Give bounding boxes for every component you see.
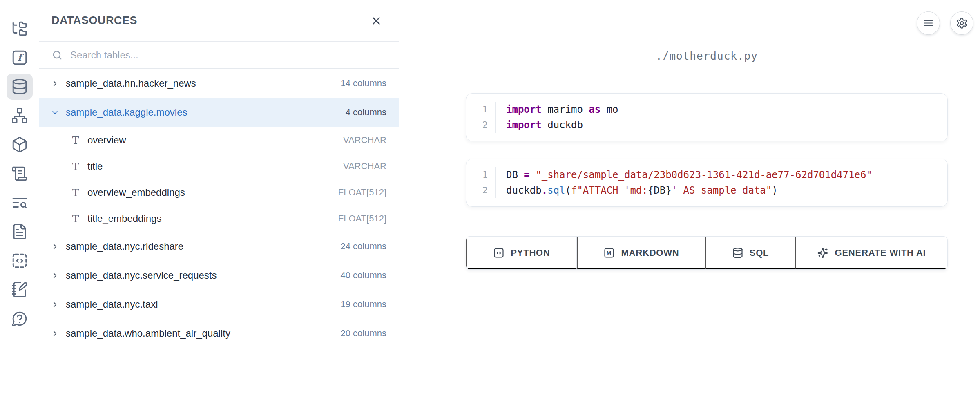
code-square-icon bbox=[493, 247, 505, 259]
add-cell-button-label: SQL bbox=[750, 248, 769, 258]
svg-text:M: M bbox=[607, 250, 612, 256]
sidebar-item-snippets[interactable] bbox=[7, 248, 33, 274]
table-column-count: 20 columns bbox=[340, 328, 386, 339]
close-panel-button[interactable] bbox=[370, 15, 382, 27]
table-row[interactable]: sample_data.nyc.rideshare24 columns bbox=[39, 232, 399, 261]
panel-header: DATASOURCES bbox=[39, 0, 399, 42]
text-search-icon bbox=[11, 194, 28, 211]
column-name: title bbox=[87, 161, 103, 172]
sidebar-item-dependency-graph[interactable] bbox=[7, 103, 33, 129]
table-column-count: 24 columns bbox=[340, 241, 386, 252]
table-name: sample_data.hn.hacker_news bbox=[66, 78, 196, 89]
add-cell-python-button[interactable]: PYTHON bbox=[466, 237, 577, 269]
code-line: import duckdb bbox=[506, 117, 618, 133]
table-name: sample_data.nyc.service_requests bbox=[66, 270, 217, 281]
add-cell-generate-with-ai-button[interactable]: GENERATE WITH AI bbox=[795, 237, 947, 269]
column-row[interactable]: Toverview_embeddingsFLOAT[512] bbox=[39, 179, 399, 206]
type-text-icon: T bbox=[69, 134, 82, 146]
folder-tree-icon bbox=[11, 20, 28, 37]
code-cell[interactable]: 12import marimo as moimport duckdb bbox=[466, 93, 948, 141]
line-number-gutter: 12 bbox=[466, 102, 496, 133]
type-text-icon: T bbox=[69, 161, 82, 172]
chevron-down-icon bbox=[51, 108, 59, 117]
table-name: sample_data.kaggle.movies bbox=[66, 107, 188, 118]
table-row[interactable]: sample_data.hn.hacker_news14 columns bbox=[39, 69, 399, 98]
table-name: sample_data.nyc.taxi bbox=[66, 299, 158, 310]
code-cell[interactable]: 12DB = "_share/sample_data/23b0d623-1361… bbox=[466, 159, 948, 207]
svg-text:f: f bbox=[18, 52, 24, 63]
notebook-content: ./motherduck.py 12import marimo as moimp… bbox=[466, 0, 948, 270]
datasources-panel: DATASOURCES sample_data.hn.hacker_news14… bbox=[39, 0, 399, 407]
add-cell-markdown-button[interactable]: MMARKDOWN bbox=[577, 237, 705, 269]
search-tables-input[interactable] bbox=[70, 49, 386, 61]
column-row[interactable]: TtitleVARCHAR bbox=[39, 153, 399, 179]
type-text-icon: T bbox=[69, 187, 82, 199]
database-icon bbox=[732, 247, 743, 259]
notebook-filename: ./motherduck.py bbox=[466, 0, 948, 62]
line-number-gutter: 12 bbox=[466, 167, 496, 198]
network-icon bbox=[11, 107, 28, 124]
table-list: sample_data.hn.hacker_news14 columnssamp… bbox=[39, 69, 399, 407]
table-row[interactable]: sample_data.kaggle.movies4 columns bbox=[39, 98, 399, 127]
notebook-main: ./motherduck.py 12import marimo as moimp… bbox=[399, 0, 980, 407]
sparkles-icon bbox=[817, 247, 828, 259]
table-name: sample_data.who.ambient_air_quality bbox=[66, 328, 230, 339]
sidebar-item-variables[interactable]: f bbox=[7, 45, 33, 71]
column-type: VARCHAR bbox=[343, 161, 386, 172]
column-row[interactable]: Ttitle_embeddingsFLOAT[512] bbox=[39, 206, 399, 232]
sidebar-item-packages[interactable] bbox=[7, 132, 33, 158]
settings-icon bbox=[956, 17, 968, 29]
sidebar-item-scratchpad[interactable] bbox=[7, 277, 33, 303]
cells-container: 12import marimo as moimport duckdb12DB =… bbox=[466, 93, 948, 207]
table-column-count: 40 columns bbox=[340, 270, 386, 281]
line-number: 1 bbox=[482, 102, 488, 117]
sidebar-item-outline[interactable] bbox=[7, 161, 33, 187]
chevron-right-icon bbox=[51, 242, 59, 251]
table-row[interactable]: sample_data.who.ambient_air_quality20 co… bbox=[39, 319, 399, 348]
markdown-square-icon: M bbox=[603, 247, 615, 259]
code-line: DB = "_share/sample_data/23b0d623-1361-4… bbox=[506, 167, 872, 183]
table-row[interactable]: sample_data.nyc.service_requests40 colum… bbox=[39, 261, 399, 290]
chevron-right-icon bbox=[51, 271, 59, 280]
settings-button[interactable] bbox=[950, 11, 973, 35]
table-column-count: 4 columns bbox=[346, 107, 386, 118]
column-name: title_embeddings bbox=[87, 213, 161, 224]
database-icon bbox=[11, 78, 28, 95]
sidebar-item-documentation[interactable] bbox=[7, 219, 33, 245]
column-type: FLOAT[512] bbox=[338, 213, 386, 224]
notebook-pen-icon bbox=[11, 281, 28, 298]
code-line: duckdb.sql(f"ATTACH 'md:{DB}' AS sample_… bbox=[506, 183, 872, 198]
add-cell-button-label: PYTHON bbox=[511, 248, 550, 258]
column-row[interactable]: ToverviewVARCHAR bbox=[39, 127, 399, 153]
sidebar-item-datasources[interactable] bbox=[7, 74, 33, 100]
table-column-count: 14 columns bbox=[340, 78, 386, 89]
sidebar-item-file-explorer[interactable] bbox=[7, 16, 33, 42]
table-name: sample_data.nyc.rideshare bbox=[66, 241, 183, 252]
code-square-dashed-icon bbox=[11, 252, 28, 269]
chevron-right-icon bbox=[51, 300, 59, 309]
sidebar-item-help[interactable] bbox=[7, 306, 33, 332]
column-type: VARCHAR bbox=[343, 135, 386, 145]
column-name: overview bbox=[87, 134, 126, 146]
chevron-right-icon bbox=[51, 79, 59, 88]
scroll-text-icon bbox=[11, 165, 28, 182]
line-number: 2 bbox=[482, 117, 488, 133]
column-name: overview_embeddings bbox=[87, 187, 185, 198]
close-icon bbox=[370, 15, 382, 27]
code-editor[interactable]: import marimo as moimport duckdb bbox=[496, 102, 618, 133]
chevron-right-icon bbox=[51, 329, 59, 338]
message-question-icon bbox=[11, 310, 28, 327]
panel-title: DATASOURCES bbox=[51, 14, 137, 27]
sidebar-item-logs[interactable] bbox=[7, 190, 33, 216]
add-cell-sql-button[interactable]: SQL bbox=[705, 237, 795, 269]
function-square-icon: f bbox=[11, 49, 28, 66]
code-editor[interactable]: DB = "_share/sample_data/23b0d623-1361-4… bbox=[496, 167, 872, 198]
column-type: FLOAT[512] bbox=[338, 187, 386, 198]
table-columns: ToverviewVARCHARTtitleVARCHARToverview_e… bbox=[39, 127, 399, 232]
table-row[interactable]: sample_data.nyc.taxi19 columns bbox=[39, 290, 399, 319]
line-number: 1 bbox=[482, 167, 488, 183]
box-icon bbox=[11, 136, 28, 153]
code-line: import marimo as mo bbox=[506, 102, 618, 117]
add-cell-button-label: MARKDOWN bbox=[621, 248, 679, 258]
activity-bar: f bbox=[0, 0, 39, 407]
